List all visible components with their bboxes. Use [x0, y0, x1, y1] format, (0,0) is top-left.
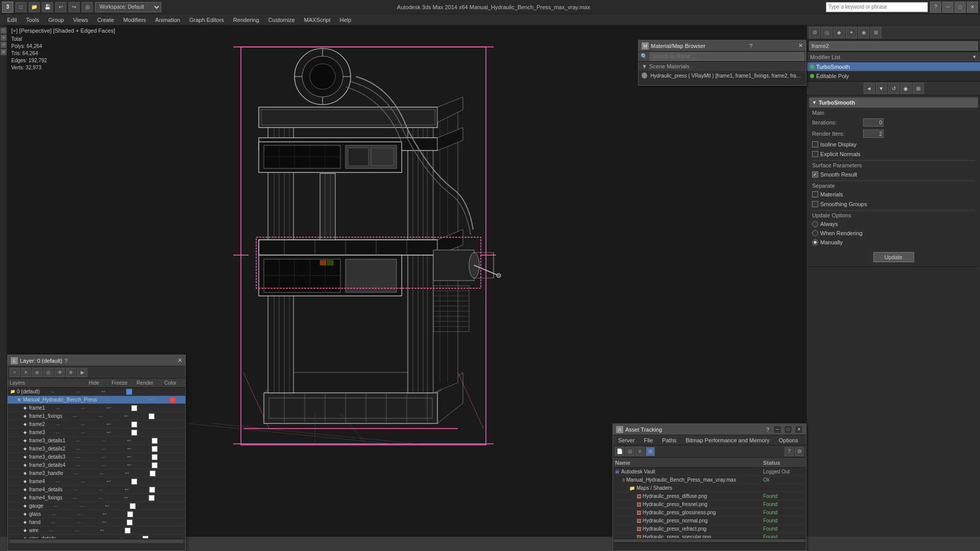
layer-row[interactable]: ◆ frame1_fixings — — ⊷ [8, 412, 185, 420]
layer-hide-check[interactable]: — [63, 471, 89, 475]
layer-color-swatch[interactable] [142, 446, 167, 452]
menu-maxscript[interactable]: MAXScript [300, 16, 335, 24]
layer-freeze-check[interactable]: — [65, 389, 91, 394]
asset-close-btn[interactable]: ✕ [795, 425, 803, 434]
asset-row[interactable]: 📁 Maps / Shaders [613, 484, 806, 492]
layer-render-check[interactable]: ⊷ [140, 397, 162, 402]
layer-color-swatch[interactable] [116, 389, 142, 395]
layer-freeze-check[interactable]: — [89, 471, 114, 475]
layer-row[interactable]: ◆ frame4 — — ⊷ [8, 478, 185, 486]
layer-color-swatch[interactable] [121, 430, 147, 436]
layer-hide-check[interactable]: — [43, 504, 69, 508]
nav-btn-1[interactable]: ◄ [864, 83, 875, 94]
asset-tb-btn-4[interactable]: ⊞ [646, 447, 655, 456]
smooth-result-checkbox[interactable]: ✓ [812, 171, 818, 178]
layer-render-check[interactable]: ⊷ [91, 520, 117, 524]
layer-freeze-check[interactable]: — [64, 528, 89, 533]
layer-freeze-check[interactable]: — [82, 536, 107, 538]
layer-hide-check[interactable]: — [40, 520, 66, 524]
asset-row[interactable]: 🖼 Hydraulic_press_fresnel.png Found [613, 500, 806, 509]
layer-row[interactable]: ⊞ Manual_Hydraulic_Bench_Press — — ⊷ [8, 396, 185, 404]
asset-menu-paths[interactable]: Paths [659, 437, 679, 444]
asset-tb-btn-1[interactable]: 📄 [615, 447, 624, 456]
materials-checkbox[interactable] [812, 191, 818, 197]
layer-color-swatch[interactable] [142, 438, 167, 444]
layer-render-check[interactable]: ⊷ [89, 528, 115, 533]
layer-render-check[interactable]: ⊷ [91, 389, 116, 394]
layer-freeze-check[interactable]: — [118, 397, 140, 402]
menu-animation[interactable]: Animation [151, 16, 184, 24]
asset-help-btn[interactable]: ? [766, 427, 769, 433]
layer-render-check[interactable]: ⊷ [116, 455, 142, 459]
workspace-select[interactable]: Workspace: Default [95, 2, 161, 12]
layer-render-check[interactable]: ⊷ [116, 463, 142, 467]
layer-freeze-check[interactable]: — [69, 504, 94, 508]
layer-render-check[interactable]: ⊷ [113, 495, 139, 500]
layer-color-swatch[interactable] [142, 454, 167, 460]
tool-select[interactable]: ↖ [1, 28, 7, 34]
rp-icon-5[interactable]: ◉ [858, 27, 869, 38]
layer-hide-check[interactable]: — [45, 422, 70, 427]
layers-freeze-all-btn[interactable]: ❄ [66, 368, 76, 377]
layer-color-swatch[interactable] [121, 405, 147, 411]
material-item-1[interactable]: Hydraulic_press ( VRayMtl ) [frame1, fra… [639, 71, 806, 80]
asset-row[interactable]: 🏛 Autodesk Vault Logged Out [613, 468, 806, 476]
layer-color-swatch[interactable] [142, 462, 167, 468]
manually-radio[interactable] [812, 239, 818, 245]
asset-minimize-btn[interactable]: ─ [773, 425, 781, 434]
layers-delete-btn[interactable]: ✕ [21, 368, 31, 377]
scene-materials-section[interactable]: ▼ Scene Materials [639, 62, 806, 71]
asset-row[interactable]: 🖼 Hydraulic_press_normal.png Found [613, 517, 806, 525]
menu-create[interactable]: Create [93, 16, 118, 24]
layer-hide-check[interactable]: — [63, 487, 88, 492]
layer-color-swatch[interactable] [162, 397, 183, 403]
layer-row[interactable]: ◆ frame3_details3 — — ⊷ [8, 453, 185, 461]
layer-hide-check[interactable]: — [97, 397, 118, 402]
layer-render-check[interactable]: ⊷ [96, 430, 121, 435]
object-name-input[interactable] [809, 41, 978, 51]
explicit-normals-checkbox[interactable] [812, 151, 818, 157]
layer-row[interactable]: 📁 0 (default) — — ⊷ [8, 388, 185, 396]
menu-views[interactable]: Views [69, 16, 92, 24]
layers-render-all-btn[interactable]: ▶ [77, 368, 87, 377]
layer-freeze-check[interactable]: — [66, 512, 92, 516]
layers-hide-all-btn[interactable]: 👁 [55, 368, 65, 377]
modifier-turbosmooth[interactable]: TurboSmooth [807, 62, 980, 71]
asset-tb-settings-btn[interactable]: ⚙ [795, 447, 804, 456]
update-button[interactable]: Update [873, 252, 914, 262]
layers-close-btn[interactable]: ✕ [178, 357, 182, 364]
tool-scale[interactable]: ⊞ [1, 49, 7, 55]
layer-row[interactable]: ◆ hand — — ⊷ [8, 518, 185, 527]
layer-render-check[interactable]: ⊷ [96, 479, 121, 484]
menu-tools[interactable]: Tools [22, 16, 43, 24]
close-btn[interactable]: ✕ [967, 2, 978, 13]
layer-row[interactable]: ◆ frame3_handle — — ⊷ [8, 469, 185, 478]
layer-render-check[interactable]: ⊷ [96, 406, 121, 410]
layer-hide-check[interactable]: — [41, 512, 66, 516]
asset-row[interactable]: 3 Manual_Hydraulic_Bench_Press_max_vray.… [613, 476, 806, 484]
asset-tb-help-btn[interactable]: ? [785, 447, 794, 456]
layer-color-swatch[interactable] [115, 528, 140, 534]
nav-btn-5[interactable]: ⊞ [913, 83, 924, 94]
material-search-input[interactable] [650, 53, 804, 61]
layer-color-swatch[interactable] [117, 519, 142, 525]
isoline-checkbox[interactable] [812, 141, 818, 147]
smoothing-groups-checkbox[interactable] [812, 201, 818, 207]
search-input[interactable] [826, 2, 928, 12]
menu-help[interactable]: Help [336, 16, 356, 24]
turbosmooth-header[interactable]: ▼ TurboSmooth [809, 97, 978, 108]
layer-render-check[interactable]: ⊷ [113, 414, 139, 418]
menu-customize[interactable]: Customize [264, 16, 299, 24]
help-btn[interactable]: ? [930, 2, 941, 13]
menu-graph-editors[interactable]: Graph Editors [185, 16, 228, 24]
layer-freeze-check[interactable]: — [88, 487, 114, 492]
tool-rotate[interactable]: ↺ [1, 42, 7, 48]
layer-render-check[interactable]: ⊷ [116, 438, 142, 443]
layers-new-btn[interactable]: + [10, 368, 20, 377]
layer-render-check[interactable]: ⊷ [96, 422, 121, 427]
layer-row[interactable]: ◆ frame3_details1 — — ⊷ [8, 437, 185, 445]
asset-menu-options[interactable]: Options [776, 437, 801, 444]
asset-row[interactable]: 🖼 Hydraulic_press_specular.png Found [613, 533, 806, 538]
render-iters-input[interactable] [863, 130, 884, 138]
layer-freeze-check[interactable]: — [66, 520, 91, 524]
